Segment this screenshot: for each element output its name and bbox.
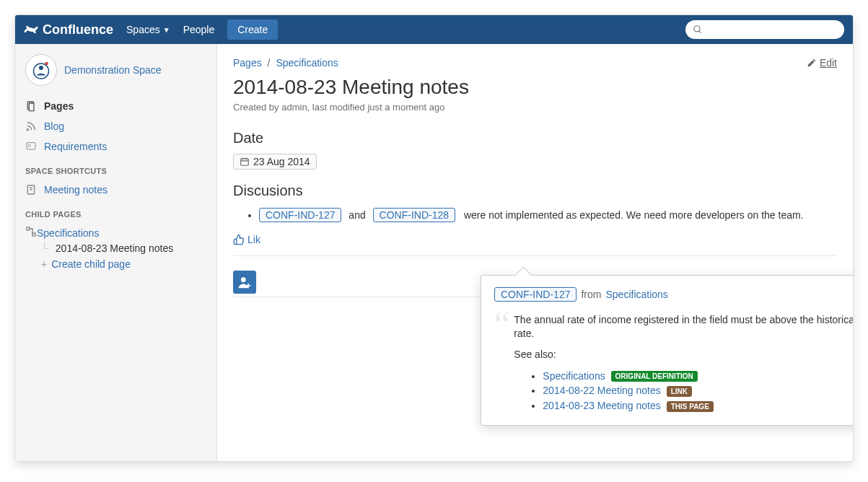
create-child-label: Create child page [51,258,131,270]
popover-link-item: 2014-08-23 Meeting notes THIS PAGE [543,398,854,413]
calendar-icon [240,157,250,167]
tree-current-label: 2014-08-23 Meeting notes [56,242,173,254]
edit-label: Edit [820,57,837,69]
breadcrumb-pages[interactable]: Pages [233,57,262,69]
search-icon [693,25,703,35]
nav-people[interactable]: People [183,24,215,35]
breadcrumb: Pages / Specifications [233,57,837,69]
date-value: 23 Aug 2014 [253,156,310,167]
svg-point-4 [45,62,48,66]
search-box[interactable] [685,20,844,39]
rss-icon [25,120,38,132]
sidebar-item-pages[interactable]: Pages [25,96,206,116]
date-chip[interactable]: 23 Aug 2014 [233,154,317,170]
discussions-heading: Discusions [233,183,837,199]
user-plus-icon [237,275,252,289]
tree-parent-specifications[interactable]: Specifications [25,223,206,242]
svg-point-19 [241,277,246,282]
popover-body-text: The annual rate of income registered in … [514,313,854,341]
sidebar-item-label: Requirements [44,141,107,152]
requirement-popover: CONF-IND-127 from Specifications “ The a… [481,275,854,426]
pages-icon [25,100,38,112]
popover-link-item: Specifications ORIGINAL DEFINITION [543,369,854,384]
svg-rect-6 [29,103,34,111]
sidebar-item-label: Pages [44,100,74,112]
nav-spaces[interactable]: Spaces ▼ [126,24,170,35]
note-icon [25,184,38,196]
confluence-logo[interactable]: Confluence [24,22,113,38]
add-comment-avatar[interactable] [233,271,256,294]
popover-link-item: 2014-08-22 Meeting notes LINK [543,383,854,398]
svg-point-0 [694,26,700,32]
svg-point-7 [27,129,28,131]
sidebar: Demonstration Space Pages Blog R [15,44,217,461]
and-word: and [348,209,365,221]
svg-rect-21 [246,285,251,286]
svg-point-3 [39,66,43,70]
main-content: Edit Pages / Specifications 2014-08-23 M… [217,44,853,461]
like-button[interactable]: Lik [233,234,837,245]
like-label: Lik [247,234,260,245]
svg-rect-15 [241,159,249,165]
nav-people-label: People [183,24,215,35]
svg-line-1 [699,31,701,33]
requirement-tag-2[interactable]: CONF-IND-128 [373,208,455,222]
requirement-tag-1[interactable]: CONF-IND-127 [259,208,341,222]
edit-button[interactable]: Edit [807,57,837,69]
breadcrumb-specifications[interactable]: Specifications [276,57,338,69]
badge-link: LINK [667,386,692,397]
space-name-link[interactable]: Demonstration Space [64,64,162,76]
product-name: Confluence [43,22,113,38]
page-byline: Created by admin, last modified just a m… [233,102,837,113]
discussion-item: CONF-IND-127 and CONF-IND-128 were not i… [259,206,837,224]
thumbs-up-icon [233,234,245,245]
svg-text:R: R [28,144,31,148]
top-navigation: Confluence Spaces ▼ People Create [15,15,853,44]
popover-link-list: Specifications ORIGINAL DEFINITION 2014-… [514,369,854,413]
space-header[interactable]: Demonstration Space [25,54,206,86]
svg-rect-13 [27,227,30,230]
discussion-text: were not implemented as expected. We nee… [464,209,804,221]
chevron-down-icon: ▼ [163,26,170,34]
sidebar-item-label: Blog [44,120,64,132]
tree-icon [25,226,37,240]
see-also-label: See also: [514,348,854,362]
popover-link-specifications[interactable]: Specifications [543,370,605,382]
search-input[interactable] [707,25,837,35]
shortcut-meeting-notes[interactable]: Meeting notes [25,180,206,200]
requirements-icon: R [25,141,38,152]
popover-ref-tag[interactable]: CONF-IND-127 [494,287,577,302]
shortcuts-heading: SPACE SHORTCUTS [25,167,206,175]
tree-current-page[interactable]: └ 2014-08-23 Meeting notes [25,242,206,254]
create-child-page[interactable]: + Create child page [25,254,206,274]
page-title: 2014-08-23 Meeting notes [233,76,837,99]
popover-from-label: from [581,289,601,300]
quote-icon: “ [494,310,509,413]
badge-this-page: THIS PAGE [667,401,714,412]
globe-person-icon [30,59,52,81]
sidebar-item-blog[interactable]: Blog [25,116,206,136]
popover-source-link[interactable]: Specifications [605,289,667,300]
date-heading: Date [233,130,837,146]
pencil-icon [807,58,817,68]
space-avatar [25,54,57,86]
nav-spaces-label: Spaces [126,24,160,35]
sidebar-item-requirements[interactable]: R Requirements [25,136,206,157]
divider [233,255,837,256]
create-button[interactable]: Create [227,19,278,40]
confluence-icon [24,22,38,37]
popover-link-0822[interactable]: 2014-08-22 Meeting notes [543,385,660,396]
discussion-list: CONF-IND-127 and CONF-IND-128 were not i… [259,206,837,224]
shortcut-label: Meeting notes [44,184,108,196]
badge-original-definition: ORIGINAL DEFINITION [611,371,698,382]
plus-icon: + [41,258,47,270]
popover-link-0823[interactable]: 2014-08-23 Meeting notes [543,400,660,411]
tree-parent-label: Specifications [37,227,99,239]
breadcrumb-separator: / [268,57,271,69]
child-pages-heading: CHILD PAGES [25,210,206,219]
